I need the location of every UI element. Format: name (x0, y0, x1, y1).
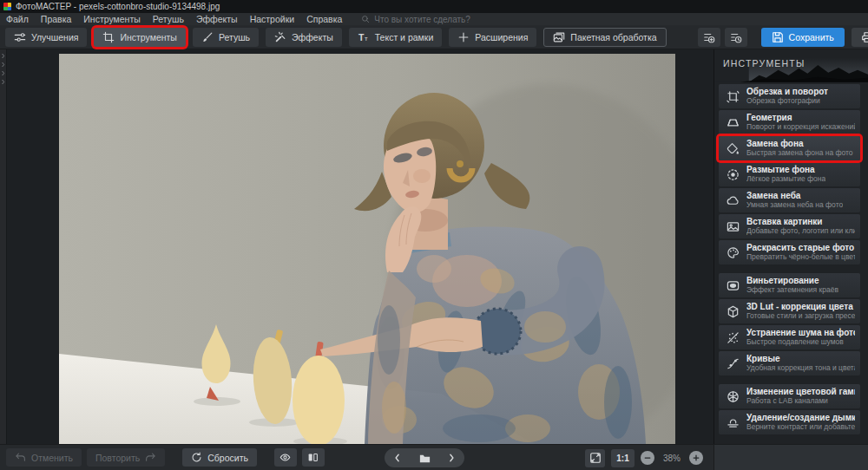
tab-enhancements-label: Улучшения (31, 32, 78, 42)
tool-3d-lut-subtitle: Готовые стили и загрузка пресетов (746, 312, 855, 321)
chevron-right-icon (0, 70, 6, 76)
text-icon: Tт (358, 31, 370, 43)
tool-denoise-subtitle: Быстрое подавление шумов (746, 338, 855, 347)
menu-search[interactable]: Что вы хотите сделать? (361, 15, 470, 24)
palette-icon (727, 246, 740, 259)
haze-icon (727, 416, 740, 429)
tab-tools[interactable]: Инструменты (94, 28, 185, 47)
tool-curves-subtitle: Удобная коррекция тона и цвета (746, 364, 855, 373)
save-icon (772, 31, 784, 43)
window-title: ФотоМАСТЕР - pexels-cottonbro-studio-913… (16, 2, 220, 11)
reset-button[interactable]: Сбросить (182, 448, 257, 467)
compare-before-after-button[interactable] (302, 448, 325, 467)
tool-insert-image-subtitle: Добавьте фото, логотип или клипарт (746, 227, 855, 236)
zoom-out-button[interactable] (641, 451, 654, 465)
sidebar-header: ИНСТРУМЕНТЫ (714, 49, 868, 82)
tool-crop-rotate[interactable]: Обрезка и поворотОбрезка фотографии (719, 84, 860, 108)
menubar: ФайлПравкаИнструментыРетушьЭффектыНастро… (0, 13, 868, 25)
tab-retouch-label: Ретушь (219, 32, 250, 42)
eye-icon (279, 452, 291, 463)
previous-photo-icon[interactable] (392, 453, 403, 463)
bottombar: Отменить Повторить Сбросить 1:1 38% (0, 444, 868, 470)
tool-geometry[interactable]: ГеометрияПоворот и коррекция искажений (719, 110, 860, 134)
sidebar-title: ИНСТРУМЕНТЫ (723, 58, 805, 69)
tool-background-replace-subtitle: Быстрая замена фона на фото (746, 149, 853, 158)
next-photo-icon[interactable] (446, 453, 457, 463)
tab-effects[interactable]: Эффекты (266, 28, 342, 47)
batch-icon (553, 31, 565, 43)
redo-label: Повторить (95, 453, 140, 463)
actual-size-button[interactable]: 1:1 (611, 449, 635, 467)
menu-retouch[interactable]: Ретушь (153, 14, 184, 24)
tool-vignette[interactable]: ВиньетированиеЭффект затемнения краёв (719, 273, 860, 297)
tool-background-replace[interactable]: Замена фонаБыстрая замена фона на фото (719, 136, 860, 160)
preset-history-icon (730, 31, 742, 43)
tool-insert-image[interactable]: Вставка картинкиДобавьте фото, логотип и… (719, 214, 860, 238)
menu-effects[interactable]: Эффекты (196, 14, 238, 24)
svg-text:т: т (365, 35, 368, 42)
tool-color-gamma[interactable]: Изменение цветовой гаммыРабота с LAB кан… (719, 384, 860, 408)
window-titlebar: ФотоМАСТЕР - pexels-cottonbro-studio-913… (0, 0, 868, 13)
menu-settings[interactable]: Настройки (250, 14, 295, 24)
tab-enhancements[interactable]: Улучшения (5, 28, 87, 47)
menu-file[interactable]: Файл (6, 14, 29, 24)
tool-background-blur-subtitle: Лёгкое размытие фона (746, 175, 825, 184)
noise-icon (727, 331, 740, 344)
search-placeholder: Что вы хотите сделать? (374, 15, 470, 24)
tab-batch[interactable]: Пакетная обработка (543, 28, 666, 47)
tab-extensions-label: Расширения (475, 32, 528, 42)
toolbar: УлучшенияИнструментыРетушьЭффектыTтТекст… (0, 25, 868, 49)
collapsed-panel-strip[interactable] (0, 49, 7, 444)
curves-icon (727, 357, 740, 370)
save-button[interactable]: Сохранить (761, 28, 845, 47)
tool-curves[interactable]: КривыеУдобная коррекция тона и цвета (719, 351, 860, 375)
tab-extensions[interactable]: Расширения (449, 28, 536, 47)
tools-sidebar: ИНСТРУМЕНТЫ Обрезка и поворотОбрезка фот… (713, 49, 868, 444)
zoom-in-button[interactable] (689, 451, 703, 465)
cube-icon (727, 305, 740, 318)
plus-icon (457, 31, 470, 43)
tool-geometry-subtitle: Поворот и коррекция искажений (746, 123, 855, 132)
tab-text-frames[interactable]: TтТекст и рамки (349, 28, 443, 47)
tool-sky-replace-subtitle: Умная замена неба на фото (746, 201, 843, 210)
color-wheel-icon (727, 390, 740, 403)
print-icon (861, 31, 868, 43)
reset-label: Сбросить (207, 453, 248, 463)
tool-3d-lut[interactable]: 3D Lut - коррекция цветаГотовые стили и … (719, 299, 860, 323)
print-button[interactable]: Печать (852, 28, 868, 47)
undo-button[interactable]: Отменить (6, 448, 82, 467)
photo-image (59, 54, 675, 444)
svg-text:T: T (358, 31, 365, 42)
tab-tools-label: Инструменты (120, 32, 176, 42)
plus-icon (692, 454, 700, 462)
redo-button[interactable]: Повторить (87, 448, 165, 467)
crop-rotate-icon (727, 90, 740, 103)
preview-original-button[interactable] (274, 448, 297, 467)
zoom-controls: 1:1 38% (585, 448, 703, 467)
preset-add-button[interactable] (698, 28, 720, 47)
undo-icon (15, 452, 26, 463)
menu-tools[interactable]: Инструменты (83, 14, 140, 24)
tool-color-gamma-subtitle: Работа с LAB каналами (746, 397, 855, 406)
folder-icon[interactable] (418, 452, 431, 465)
menu-help[interactable]: Справка (306, 14, 342, 24)
menu-edit[interactable]: Правка (41, 14, 71, 24)
fit-to-screen-button[interactable] (585, 449, 605, 467)
compare-icon (307, 452, 319, 463)
reset-icon (191, 452, 202, 463)
tool-colorize-subtitle: Превратить чёрно-белые в цветные (746, 253, 855, 262)
tool-haze[interactable]: Удаление/создание дымкиВерните контраст … (719, 410, 860, 434)
minus-icon (643, 454, 652, 462)
zoom-level-value: 38% (661, 454, 683, 463)
save-button-label: Сохранить (789, 32, 834, 42)
tool-colorize[interactable]: Раскрасить старые фотоПревратить чёрно-б… (719, 240, 860, 264)
fit-icon (589, 452, 602, 464)
tool-sky-replace[interactable]: Замена небаУмная замена неба на фото (719, 188, 860, 212)
tab-retouch[interactable]: Ретушь (193, 28, 259, 47)
vignette-icon (727, 279, 740, 292)
preset-history-button[interactable] (725, 28, 747, 47)
tool-background-blur[interactable]: Размытие фонаЛёгкое размытие фона (719, 162, 860, 186)
tool-denoise[interactable]: Устранение шума на фотоБыстрое подавлени… (719, 325, 860, 349)
undo-label: Отменить (31, 453, 73, 463)
crop-icon (102, 31, 115, 43)
